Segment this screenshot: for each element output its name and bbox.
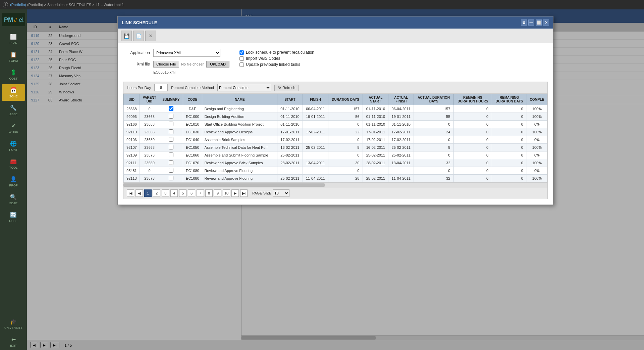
top-bar: i (Portfolio) (Portfolio) > Schedules > … — [0, 0, 644, 9]
portfolio-link[interactable]: (Portfolio) — [10, 3, 26, 7]
breadcrumb: (Portfolio) (Portfolio) > Schedules > SC… — [10, 3, 124, 7]
info-icon[interactable]: i — [3, 2, 8, 7]
